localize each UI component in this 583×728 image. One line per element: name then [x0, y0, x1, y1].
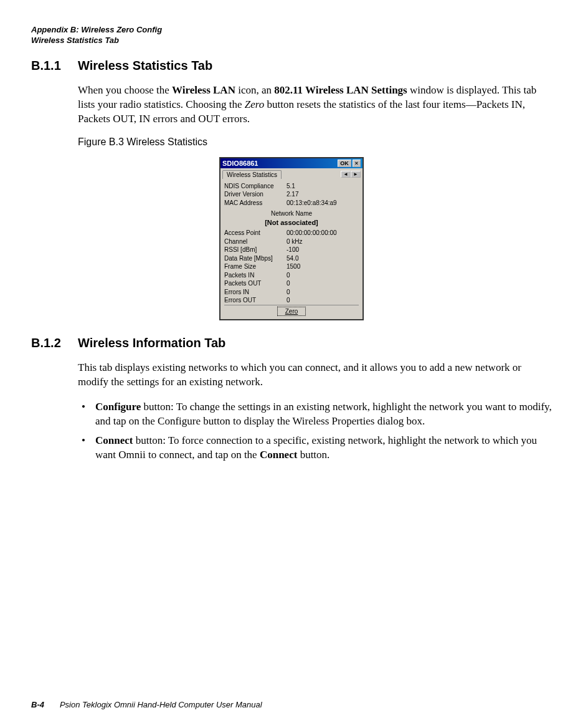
section-number: B.1.1: [31, 59, 78, 73]
stat-row: Channel0 kHz: [224, 237, 359, 246]
section2-paragraph: This tab displays existing networks to w…: [78, 361, 552, 390]
tab-scroll-right-icon[interactable]: ►: [351, 171, 361, 178]
zero-button-row: Zero: [224, 305, 359, 317]
stat-value: 00:00:00:00:00:00: [287, 229, 359, 237]
bullet-list: Configure button: To change the settings…: [78, 400, 552, 462]
stat-label: Errors OUT: [224, 296, 287, 305]
section1-paragraph: When you choose the Wireless LAN icon, a…: [78, 84, 552, 127]
tab-scroll-left-icon[interactable]: ◄: [341, 171, 351, 178]
tab-scroll-controls: ◄ ►: [341, 171, 361, 178]
stat-value: 0: [287, 296, 359, 305]
zero-button[interactable]: Zero: [277, 307, 306, 317]
window-titlebar: SDIO86861 OK ×: [220, 158, 363, 168]
stat-value: 54.0: [287, 254, 359, 263]
stat-value: 0 kHz: [287, 237, 359, 246]
stat-row: NDIS Compliance5.1: [224, 182, 359, 191]
list-item: Configure button: To change the settings…: [78, 400, 552, 429]
wireless-stats-window: SDIO86861 OK × Wireless Statistics ◄ ► N…: [219, 157, 364, 321]
stat-label: Packets IN: [224, 271, 287, 280]
stat-row: Data Rate [Mbps]54.0: [224, 254, 359, 263]
stat-value: 00:13:e0:a8:34:a9: [287, 199, 359, 208]
stat-label: Packets OUT: [224, 279, 287, 288]
figure-caption: Figure B.3 Wireless Statistics: [78, 136, 552, 148]
stat-row: Packets OUT0: [224, 279, 359, 288]
network-status: [Not associated]: [224, 218, 359, 228]
stat-row: MAC Address00:13:e0:a8:34:a9: [224, 199, 359, 208]
network-name-label: Network Name: [224, 209, 359, 218]
window-title: SDIO86861: [222, 160, 336, 167]
stat-value: 5.1: [287, 182, 359, 191]
stat-value: 0: [287, 279, 359, 288]
section-title: Wireless Statistics Tab: [78, 59, 212, 72]
section-b12-heading: B.1.2Wireless Information Tab: [31, 336, 552, 350]
screenshot-figure: SDIO86861 OK × Wireless Statistics ◄ ► N…: [31, 157, 552, 321]
tab-strip: Wireless Statistics ◄ ►: [220, 168, 363, 179]
stat-row: Driver Version2.17: [224, 190, 359, 199]
stat-label: Data Rate [Mbps]: [224, 254, 287, 263]
tab-wireless-statistics[interactable]: Wireless Statistics: [222, 170, 282, 179]
stat-value: 0: [287, 288, 359, 297]
stat-label: Errors IN: [224, 288, 287, 297]
page-header: Appendix B: Wireless Zero Config Wireles…: [31, 25, 552, 46]
ok-button[interactable]: OK: [338, 160, 351, 167]
stat-label: Driver Version: [224, 190, 287, 199]
stat-row: Errors OUT0: [224, 296, 359, 305]
section-number: B.1.2: [31, 336, 78, 350]
stat-value: 1500: [287, 262, 359, 271]
stat-row: Frame Size1500: [224, 262, 359, 271]
close-button[interactable]: ×: [353, 160, 361, 167]
stat-label: Channel: [224, 237, 287, 246]
header-line2: Wireless Statistics Tab: [31, 36, 552, 46]
stat-label: MAC Address: [224, 199, 287, 208]
stat-value: 2.17: [287, 190, 359, 199]
stat-row: Errors IN0: [224, 288, 359, 297]
stat-value: -100: [287, 246, 359, 254]
stat-row: Access Point00:00:00:00:00:00: [224, 229, 359, 237]
stat-value: 0: [287, 271, 359, 280]
section-b11-heading: B.1.1Wireless Statistics Tab: [31, 59, 552, 73]
stats-panel: NDIS Compliance5.1Driver Version2.17MAC …: [220, 179, 363, 320]
stat-label: NDIS Compliance: [224, 182, 287, 191]
stat-label: Frame Size: [224, 262, 287, 271]
stat-label: Access Point: [224, 229, 287, 237]
list-item: Connect button: To force connection to a…: [78, 434, 552, 462]
section-title: Wireless Information Tab: [78, 336, 225, 350]
stat-row: Packets IN0: [224, 271, 359, 280]
stat-label: RSSI [dBm]: [224, 246, 287, 254]
header-line1: Appendix B: Wireless Zero Config: [31, 25, 552, 36]
stat-row: RSSI [dBm]-100: [224, 246, 359, 254]
